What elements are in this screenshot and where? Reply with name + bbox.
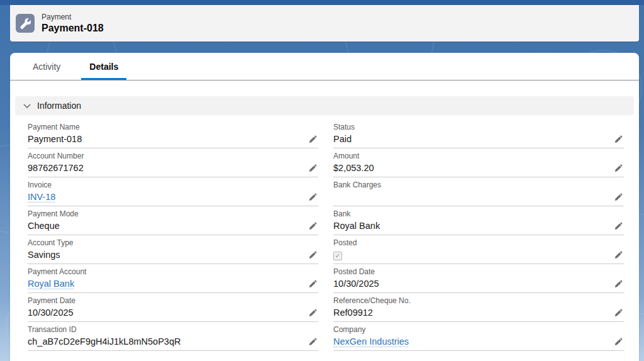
- edit-pencil-button[interactable]: [609, 251, 624, 259]
- pencil-icon: [614, 222, 623, 230]
- entity-label: Payment: [42, 13, 104, 21]
- top-nav-strip: [0, 0, 644, 5]
- pencil-icon: [614, 193, 623, 201]
- field-row: Reference/Cheque No. Ref09912: [333, 293, 624, 322]
- field-value: Ref09912: [333, 307, 609, 319]
- field-value: ✓: [333, 249, 609, 261]
- field-row: Account Type Savings: [28, 235, 318, 264]
- field-row: Invoice INV-18: [28, 177, 318, 206]
- field-value-link[interactable]: Royal Bank: [28, 279, 74, 289]
- field-label: Transaction ID: [28, 325, 318, 334]
- field-value: [333, 191, 609, 203]
- field-label: Bank Charges: [333, 181, 624, 189]
- field-value: 10/30/2025: [333, 278, 609, 290]
- field-row: Bank Charges: [333, 177, 624, 206]
- field-value: 10/30/2025: [28, 307, 304, 319]
- edit-pencil-button[interactable]: [609, 222, 624, 230]
- field-value-link[interactable]: INV-18: [28, 192, 55, 202]
- field-value: Payment-018: [28, 133, 304, 145]
- pencil-icon: [309, 309, 317, 317]
- pencil-icon: [309, 164, 317, 172]
- field-value: Paid: [333, 133, 609, 145]
- field-value: INV-18: [28, 191, 304, 203]
- posted-checkbox: ✓: [333, 252, 342, 260]
- field-row: Company NexGen Industries: [333, 322, 624, 351]
- page-title: Payment-018: [42, 22, 104, 35]
- field-label: Posted Date: [333, 267, 624, 276]
- pencil-icon: [614, 309, 623, 317]
- field-row: Bank Royal Bank: [333, 206, 624, 235]
- field-value: Savings: [28, 249, 304, 261]
- edit-pencil-button[interactable]: [304, 338, 318, 346]
- edit-pencil-button[interactable]: [609, 309, 624, 317]
- field-label: Payment Account: [28, 267, 318, 276]
- chevron-down-icon: [23, 104, 31, 108]
- field-value-link[interactable]: NexGen Industries: [333, 336, 409, 347]
- record-detail-card: Activity Details Information Payment Nam…: [10, 53, 639, 361]
- field-label: Payment Mode: [28, 209, 318, 218]
- edit-pencil-button[interactable]: [609, 193, 624, 201]
- field-label: Status: [333, 123, 624, 131]
- field-value: Royal Bank: [333, 220, 609, 232]
- edit-pencil-button[interactable]: [609, 280, 624, 288]
- pencil-icon: [309, 280, 317, 288]
- pencil-icon: [309, 135, 317, 143]
- field-label: Account Type: [28, 238, 318, 247]
- pencil-icon: [614, 251, 623, 259]
- fields-column-right: Status Paid Amount $2,053.20: [333, 119, 624, 351]
- field-row: Account Number 98762671762: [28, 148, 318, 177]
- section-header-information[interactable]: Information: [15, 96, 634, 115]
- field-label: Posted: [333, 238, 624, 247]
- edit-pencil-button[interactable]: [304, 193, 318, 201]
- field-row: Amount $2,053.20: [333, 148, 624, 177]
- tab-bar: Activity Details: [10, 53, 639, 81]
- tab-details[interactable]: Details: [81, 53, 126, 80]
- field-label: Payment Date: [28, 296, 318, 305]
- field-value: 98762671762: [28, 162, 304, 174]
- pencil-icon: [309, 251, 317, 259]
- field-row: Payment Date 10/30/2025: [28, 293, 318, 322]
- field-value: Cheque: [28, 220, 304, 232]
- edit-pencil-button[interactable]: [304, 222, 318, 230]
- field-row: Payment Account Royal Bank: [28, 264, 318, 293]
- pencil-icon: [614, 135, 623, 143]
- edit-pencil-button[interactable]: [304, 135, 318, 143]
- field-label: Company: [333, 325, 624, 334]
- field-value: NexGen Industries: [333, 336, 609, 348]
- pencil-icon: [309, 193, 317, 201]
- field-label: Account Number: [28, 152, 318, 160]
- pencil-icon: [614, 338, 623, 346]
- edit-pencil-button[interactable]: [609, 164, 624, 172]
- pencil-icon: [614, 280, 623, 288]
- record-header: Payment Payment-018: [10, 5, 639, 42]
- field-label: Invoice: [28, 181, 318, 189]
- edit-pencil-button[interactable]: [304, 164, 318, 172]
- field-row: Posted ✓: [333, 235, 624, 264]
- field-row: Posted Date 10/30/2025: [333, 264, 624, 293]
- pencil-icon: [309, 222, 317, 230]
- wrench-icon: [16, 14, 35, 33]
- field-value: Royal Bank: [28, 278, 304, 290]
- pencil-icon: [614, 164, 623, 172]
- edit-pencil-button[interactable]: [609, 338, 624, 346]
- section-title: Information: [37, 101, 81, 111]
- record-header-text: Payment Payment-018: [42, 13, 104, 35]
- field-label: Reference/Cheque No.: [333, 296, 624, 305]
- fields-grid: Payment Name Payment-018 Account Number …: [28, 119, 624, 351]
- pencil-icon: [309, 338, 317, 346]
- edit-pencil-button[interactable]: [304, 280, 318, 288]
- app-background: { "header": { "entity_label": "Payment",…: [0, 0, 644, 361]
- field-value: $2,053.20: [333, 162, 609, 174]
- field-row: Payment Mode Cheque: [28, 206, 318, 235]
- fields-column-left: Payment Name Payment-018 Account Number …: [28, 119, 318, 351]
- edit-pencil-button[interactable]: [609, 135, 624, 143]
- field-row: Transaction ID ch_aB7cD2eF9gH4iJ1kL8mN5o…: [28, 322, 318, 351]
- field-label: Bank: [333, 209, 624, 218]
- field-row: Status Paid: [333, 119, 624, 148]
- field-value: ch_aB7cD2eF9gH4iJ1kL8mN5oP3qR: [28, 336, 304, 348]
- field-label: Payment Name: [28, 123, 318, 131]
- edit-pencil-button[interactable]: [304, 309, 318, 317]
- tab-activity[interactable]: Activity: [25, 53, 69, 80]
- edit-pencil-button[interactable]: [304, 251, 318, 259]
- field-label: Amount: [333, 152, 624, 160]
